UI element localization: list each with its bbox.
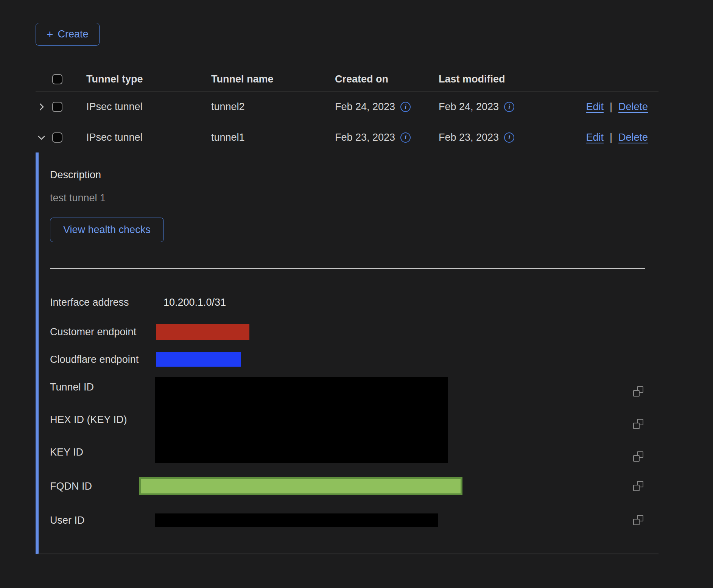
- chevron-right-icon[interactable]: [36, 101, 47, 113]
- table-header-row: Tunnel type Tunnel name Created on Last …: [36, 67, 659, 92]
- view-health-checks-button[interactable]: View health checks: [50, 218, 164, 242]
- chevron-down-icon[interactable]: [36, 132, 47, 143]
- description-heading: Description: [50, 169, 646, 181]
- customer-endpoint-label: Customer endpoint: [50, 326, 155, 338]
- user-id-label: User ID: [50, 515, 155, 526]
- plus-icon: +: [47, 29, 53, 40]
- col-last-modified: Last modified: [439, 73, 564, 85]
- action-separator: |: [610, 132, 612, 143]
- cloudflare-endpoint-label: Cloudflare endpoint: [50, 354, 155, 366]
- create-button-label: Create: [58, 28, 89, 40]
- col-tunnel-name: Tunnel name: [211, 73, 335, 85]
- user-id-redacted-value: [155, 513, 438, 527]
- info-icon[interactable]: i: [504, 102, 514, 112]
- view-health-checks-label: View health checks: [63, 224, 151, 236]
- copy-icon[interactable]: [633, 481, 643, 491]
- tunnel-type-cell: IPsec tunnel: [86, 101, 211, 113]
- ipsec-tunnels-page: + Create Tunnel type Tunnel name Created…: [0, 0, 713, 554]
- description-value: test tunnel 1: [50, 192, 646, 204]
- table-row: IPsec tunnel tunnel2 Feb 24, 2023 i Feb …: [36, 92, 659, 122]
- interface-address-label: Interface address: [50, 297, 155, 308]
- row-checkbox[interactable]: [52, 102, 62, 112]
- last-modified-cell: Feb 24, 2023: [439, 101, 499, 113]
- info-icon[interactable]: i: [400, 102, 411, 112]
- tunnel-name-cell: tunnel1: [211, 132, 335, 143]
- tunnels-table: Tunnel type Tunnel name Created on Last …: [36, 67, 659, 554]
- fqdn-id-redacted-value: [139, 477, 462, 495]
- copy-icon[interactable]: [633, 451, 643, 462]
- delete-link[interactable]: Delete: [618, 132, 648, 143]
- cloudflare-endpoint-redacted-value: [156, 352, 241, 367]
- row-checkbox[interactable]: [52, 132, 62, 143]
- tunnel-detail-panel: Description test tunnel 1 View health ch…: [36, 152, 659, 554]
- ids-redacted-block: [155, 377, 448, 463]
- delete-link[interactable]: Delete: [618, 101, 648, 113]
- action-separator: |: [610, 101, 612, 113]
- customer-endpoint-redacted-value: [156, 324, 249, 340]
- key-id-label: KEY ID: [50, 446, 83, 458]
- last-modified-cell: Feb 23, 2023: [439, 132, 499, 143]
- created-on-cell: Feb 23, 2023: [335, 132, 395, 143]
- created-on-cell: Feb 24, 2023: [335, 101, 395, 113]
- col-created-on: Created on: [335, 73, 439, 85]
- tunnel-fields: Interface address 10.200.1.0/31 Customer…: [50, 296, 646, 527]
- section-divider: [50, 268, 645, 269]
- info-icon[interactable]: i: [504, 132, 514, 143]
- edit-link[interactable]: Edit: [586, 101, 604, 113]
- copy-icon[interactable]: [633, 419, 643, 429]
- tunnel-name-cell: tunnel2: [211, 101, 335, 113]
- copy-icon[interactable]: [633, 386, 643, 397]
- tunnel-type-cell: IPsec tunnel: [86, 132, 211, 143]
- select-all-checkbox[interactable]: [52, 74, 62, 84]
- table-row: IPsec tunnel tunnel1 Feb 23, 2023 i Feb …: [36, 122, 659, 152]
- col-tunnel-type: Tunnel type: [86, 73, 211, 85]
- tunnel-id-label: Tunnel ID: [50, 381, 94, 393]
- hex-id-label: HEX ID (KEY ID): [50, 414, 127, 426]
- ids-group: Tunnel ID HEX ID (KEY ID) KEY ID: [50, 377, 646, 463]
- create-button[interactable]: + Create: [36, 23, 100, 46]
- edit-link[interactable]: Edit: [586, 132, 604, 143]
- copy-icon[interactable]: [633, 515, 643, 525]
- info-icon[interactable]: i: [400, 132, 411, 143]
- interface-address-value: 10.200.1.0/31: [163, 297, 226, 308]
